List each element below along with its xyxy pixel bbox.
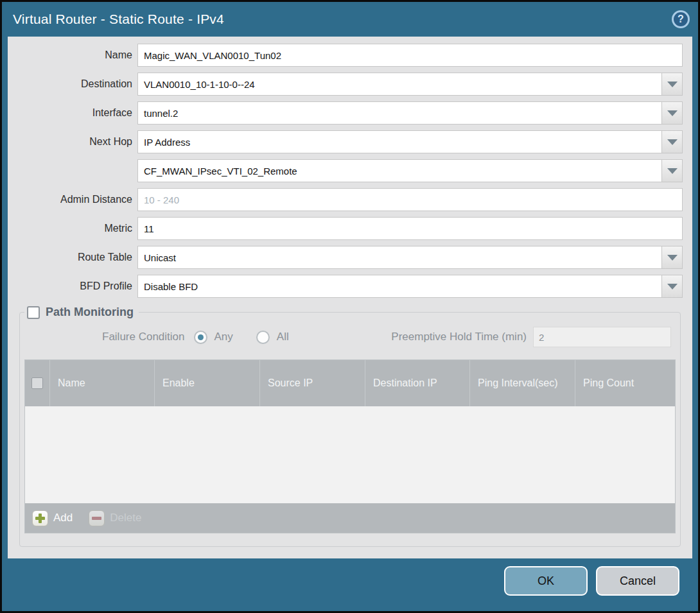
destination-dropdown-button[interactable]	[661, 73, 683, 96]
cancel-button[interactable]: Cancel	[596, 566, 679, 596]
destination-value[interactable]: VLAN0010_10-1-10-0--24	[137, 73, 661, 96]
bfd-profile-label: BFD Profile	[8, 281, 132, 292]
path-monitoring-legend: Path Monitoring	[24, 306, 139, 319]
select-all-checkbox[interactable]	[31, 377, 43, 389]
dialog-body: Name Destination VLAN0010_10-1-10-0--24 …	[8, 37, 692, 558]
field-row-bfd-profile: BFD Profile Disable BFD	[8, 275, 683, 298]
table-header-source-ip: Source IP	[259, 360, 365, 406]
table-header-row: Name Enable Source IP Destination IP Pin…	[25, 359, 675, 406]
interface-label: Interface	[8, 107, 132, 119]
preemptive-hold-time-input[interactable]	[533, 327, 671, 347]
metric-label: Metric	[8, 223, 132, 234]
radio-all-icon[interactable]	[256, 331, 270, 344]
admin-distance-label: Admin Distance	[8, 194, 132, 205]
interface-dropdown-button[interactable]	[661, 101, 683, 125]
dialog-title: Virtual Router - Static Route - IPv4	[13, 12, 224, 27]
next-hop-address-dropdown-button[interactable]	[661, 159, 683, 182]
preemptive-hold-time-label: Preemptive Hold Time (min)	[391, 331, 527, 343]
bfd-profile-combo[interactable]: Disable BFD	[137, 275, 683, 298]
field-row-admin-distance: Admin Distance	[8, 188, 683, 211]
route-table-value[interactable]: Unicast	[137, 246, 661, 269]
chevron-down-icon	[667, 284, 678, 289]
radio-any-icon[interactable]	[194, 331, 207, 344]
field-row-next-hop: Next Hop IP Address	[8, 130, 683, 153]
bottom-bar: OK Cancel	[2, 558, 698, 611]
next-hop-value[interactable]: IP Address	[137, 130, 661, 153]
chevron-down-icon	[667, 255, 678, 261]
next-hop-address-combo[interactable]: CF_MWAN_IPsec_VTI_02_Remote	[137, 159, 683, 182]
chevron-down-icon	[667, 168, 678, 174]
radio-any-label: Any	[214, 331, 233, 343]
table-header-checkbox-cell	[25, 360, 49, 406]
bfd-profile-value[interactable]: Disable BFD	[137, 275, 661, 298]
delete-button-label: Delete	[110, 512, 141, 524]
field-row-interface: Interface tunnel.2	[8, 101, 683, 125]
title-bar: Virtual Router - Static Route - IPv4 ?	[2, 2, 698, 37]
destination-combo[interactable]: VLAN0010_10-1-10-0--24	[137, 73, 683, 96]
failure-condition-option-all[interactable]: All	[256, 331, 289, 344]
next-hop-address-value[interactable]: CF_MWAN_IPsec_VTI_02_Remote	[137, 159, 661, 182]
chevron-down-icon	[667, 82, 678, 87]
failure-condition-label: Failure Condition	[102, 331, 185, 343]
table-header-name: Name	[49, 360, 154, 406]
field-row-next-hop-address: CF_MWAN_IPsec_VTI_02_Remote	[8, 159, 683, 182]
table-header-ping-interval: Ping Interval(sec)	[469, 360, 575, 406]
field-row-metric: Metric	[8, 217, 683, 240]
name-input[interactable]	[137, 44, 683, 67]
help-icon[interactable]: ?	[672, 10, 690, 28]
chevron-down-icon	[667, 110, 678, 116]
delete-minus-icon	[89, 510, 105, 526]
preemptive-hold-time-group: Preemptive Hold Time (min)	[391, 327, 671, 347]
table-header-enable: Enable	[154, 360, 259, 406]
route-table-combo[interactable]: Unicast	[137, 246, 683, 269]
path-monitoring-table: Name Enable Source IP Destination IP Pin…	[24, 359, 676, 533]
table-header-destination-ip: Destination IP	[365, 360, 469, 406]
table-footer: Add Delete	[25, 503, 675, 533]
destination-label: Destination	[8, 78, 132, 90]
admin-distance-input[interactable]	[137, 188, 683, 211]
name-label: Name	[8, 49, 132, 61]
dialog-window: Virtual Router - Static Route - IPv4 ? N…	[0, 0, 700, 613]
next-hop-combo[interactable]: IP Address	[137, 130, 683, 153]
interface-value[interactable]: tunnel.2	[137, 101, 661, 125]
chevron-down-icon	[667, 139, 678, 145]
delete-button[interactable]: Delete	[89, 510, 141, 526]
metric-input[interactable]	[137, 217, 683, 240]
field-row-name: Name	[8, 44, 683, 67]
next-hop-dropdown-button[interactable]	[661, 130, 683, 153]
path-monitoring-section: Path Monitoring Failure Condition Any Al…	[19, 306, 681, 547]
route-table-label: Route Table	[8, 252, 132, 263]
table-header-ping-count: Ping Count	[575, 360, 675, 406]
failure-condition-option-any[interactable]: Any	[194, 331, 233, 344]
ok-button[interactable]: OK	[504, 566, 588, 596]
bfd-profile-dropdown-button[interactable]	[661, 275, 683, 298]
table-body-empty	[25, 406, 675, 503]
failure-condition-row: Failure Condition Any All Preemptive Hol…	[24, 325, 671, 349]
add-button-label: Add	[53, 512, 73, 524]
window-frame: Virtual Router - Static Route - IPv4 ? N…	[2, 2, 698, 611]
interface-combo[interactable]: tunnel.2	[137, 101, 683, 125]
add-plus-icon	[32, 510, 48, 526]
route-table-dropdown-button[interactable]	[661, 246, 683, 269]
add-button[interactable]: Add	[32, 510, 73, 526]
path-monitoring-checkbox[interactable]	[27, 306, 40, 319]
next-hop-label: Next Hop	[8, 136, 132, 148]
radio-all-label: All	[277, 331, 289, 343]
field-row-destination: Destination VLAN0010_10-1-10-0--24	[8, 73, 683, 96]
path-monitoring-title: Path Monitoring	[46, 306, 134, 319]
field-row-route-table: Route Table Unicast	[8, 246, 683, 269]
